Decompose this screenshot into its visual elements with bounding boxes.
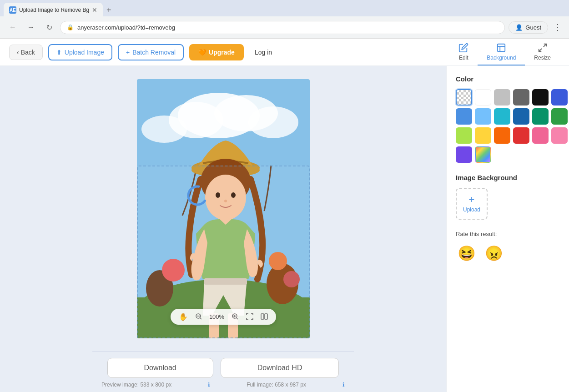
browser-tabs: AE Upload Image to Remove Bg ✕ + xyxy=(0,0,569,16)
browser-menu-button[interactable]: ⋮ xyxy=(552,20,564,34)
light-gray-swatch[interactable] xyxy=(494,89,510,106)
upload-image-button[interactable]: ⬆ Upload Image xyxy=(48,44,112,60)
new-tab-button[interactable]: + xyxy=(103,5,115,15)
close-tab-button[interactable]: ✕ xyxy=(92,6,97,14)
svg-rect-35 xyxy=(261,314,264,319)
reload-button[interactable]: ↻ xyxy=(42,20,56,35)
browser-toolbar: ← → ↻ 🔒 anyeraser.com/upload/?td=removeb… xyxy=(0,16,569,38)
address-bar[interactable]: 🔒 anyeraser.com/upload/?td=removebg xyxy=(60,21,505,34)
image-container: ✋ 100% xyxy=(137,79,310,338)
purple-swatch[interactable] xyxy=(456,146,472,163)
edit-tool-button[interactable]: Edit xyxy=(449,39,478,65)
upload-label: Upload Image xyxy=(65,49,104,56)
sky-blue-swatch[interactable] xyxy=(475,108,491,125)
teal-swatch[interactable] xyxy=(532,108,549,125)
pan-tool-button[interactable]: ✋ xyxy=(177,312,190,322)
download-hd-button[interactable]: Download HD xyxy=(221,358,339,378)
back-arrow-icon: ‹ xyxy=(17,49,19,56)
rate-title: Rate this result: xyxy=(456,231,560,237)
image-background-section: Image Background + Upload xyxy=(456,174,560,220)
header-tools: Edit Background Resize xyxy=(449,39,560,65)
right-panel: Color xyxy=(446,66,569,392)
browser-chrome: AE Upload Image to Remove Bg ✕ + ← → ↻ 🔒… xyxy=(0,0,569,39)
download-info: Preview image: 533 x 800 px ℹ Full image… xyxy=(101,382,345,388)
upload-background-button[interactable]: + Upload xyxy=(456,188,488,220)
back-nav-button[interactable]: ← xyxy=(5,20,20,35)
tab-favicon: AE xyxy=(9,6,16,14)
resize-label: Resize xyxy=(534,55,551,61)
preview-info-icon[interactable]: ℹ xyxy=(208,382,210,388)
full-info-icon[interactable]: ℹ xyxy=(342,382,345,388)
navy-swatch[interactable] xyxy=(513,108,529,125)
zoom-controls: ✋ 100% xyxy=(171,309,276,325)
full-info: Full image: 658 x 987 px xyxy=(247,382,306,388)
active-tab[interactable]: AE Upload Image to Remove Bg ✕ xyxy=(4,3,103,17)
svg-rect-36 xyxy=(265,314,267,319)
svg-rect-0 xyxy=(498,44,505,51)
canvas-wrapper[interactable]: ✋ 100% xyxy=(0,66,446,351)
download-button[interactable]: Download xyxy=(107,358,213,378)
svg-line-1 xyxy=(543,44,546,46)
red-swatch[interactable] xyxy=(513,127,529,144)
orange-swatch[interactable] xyxy=(494,127,510,144)
lock-icon: 🔒 xyxy=(67,24,74,30)
back-button[interactable]: ‹ Back xyxy=(9,45,43,60)
batch-removal-button[interactable]: + Batch Removal xyxy=(118,44,184,60)
plus-icon: + xyxy=(126,49,130,56)
pink-swatch[interactable] xyxy=(551,127,568,144)
blue-dark-swatch[interactable] xyxy=(551,89,568,106)
background-icon xyxy=(496,43,506,53)
transparent-swatch[interactable] xyxy=(456,89,472,106)
upload-bg-label: Upload xyxy=(463,206,480,213)
download-bar: Download Download HD Preview image: 533 … xyxy=(92,351,354,392)
dark-gray-swatch[interactable] xyxy=(513,89,529,106)
fullscreen-icon xyxy=(246,313,253,320)
compare-icon xyxy=(261,313,268,320)
guest-button[interactable]: 👤 Guest xyxy=(509,21,548,34)
canvas-area: ✋ 100% xyxy=(0,66,446,392)
cyan-swatch[interactable] xyxy=(494,108,510,125)
happy-emoji-button[interactable]: 😆 xyxy=(456,243,478,264)
compare-view-button[interactable] xyxy=(259,312,270,321)
download-hd-label: Download HD xyxy=(257,364,302,372)
forward-nav-button[interactable]: → xyxy=(24,20,38,35)
back-label: Back xyxy=(21,49,35,56)
zoom-level: 100% xyxy=(208,313,226,320)
svg-line-2 xyxy=(539,48,541,51)
edit-label: Edit xyxy=(459,55,468,61)
edit-icon xyxy=(458,43,468,53)
black-swatch[interactable] xyxy=(532,89,549,106)
color-grid xyxy=(456,89,560,163)
blue-swatch[interactable] xyxy=(456,108,472,125)
zoom-out-icon xyxy=(195,313,202,320)
yellow-swatch[interactable] xyxy=(475,127,491,144)
heart-icon: 🧡 xyxy=(198,49,206,56)
rate-section: Rate this result: 😆 😠 xyxy=(456,231,560,264)
fullscreen-button[interactable] xyxy=(244,312,255,321)
resize-icon xyxy=(538,43,548,53)
login-label: Log in xyxy=(255,49,272,56)
happy-emoji: 😆 xyxy=(458,245,476,261)
background-tool-button[interactable]: Background xyxy=(478,39,525,65)
background-label: Background xyxy=(487,55,516,61)
zoom-in-button[interactable] xyxy=(230,312,241,321)
emoji-row: 😆 😠 xyxy=(456,243,560,264)
white-swatch[interactable] xyxy=(475,89,491,106)
tab-title: Upload Image to Remove Bg xyxy=(19,7,89,13)
angry-emoji: 😠 xyxy=(485,245,503,261)
login-button[interactable]: Log in xyxy=(249,45,277,60)
gradient-swatch[interactable] xyxy=(475,146,491,163)
green-swatch[interactable] xyxy=(551,108,568,125)
person-icon: 👤 xyxy=(515,24,523,31)
lime-swatch[interactable] xyxy=(456,127,472,144)
pink-red-swatch[interactable] xyxy=(532,127,549,144)
url-text: anyeraser.com/upload/?td=removebg xyxy=(77,24,175,31)
upgrade-button[interactable]: 🧡 Upgrade xyxy=(189,44,244,60)
angry-emoji-button[interactable]: 😠 xyxy=(483,243,505,264)
zoom-out-button[interactable] xyxy=(193,312,204,321)
image-bg-title: Image Background xyxy=(456,174,560,181)
preview-info: Preview image: 533 x 800 px xyxy=(101,382,171,388)
resize-tool-button[interactable]: Resize xyxy=(525,39,560,65)
color-title: Color xyxy=(456,75,560,83)
guest-label: Guest xyxy=(525,24,541,31)
